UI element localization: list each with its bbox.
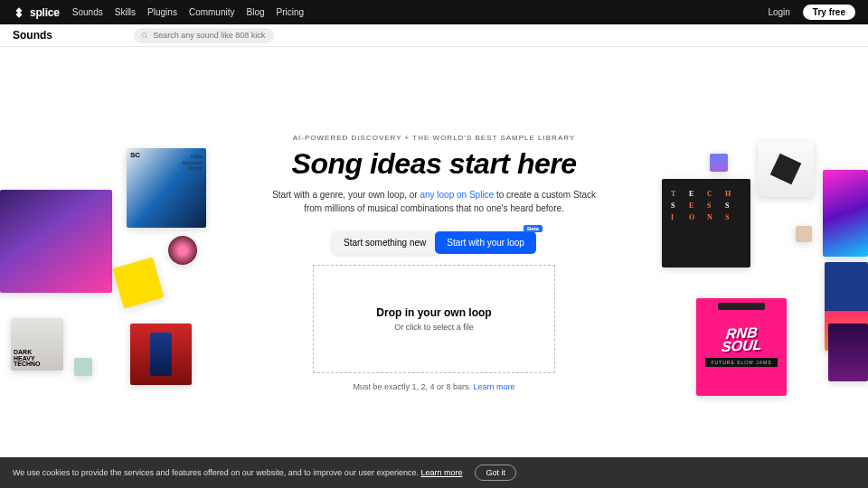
- artwork-tile: [758, 141, 814, 197]
- cookie-got-it-button[interactable]: Got it: [475, 465, 516, 481]
- dropzone-title: Drop in your own loop: [376, 306, 491, 319]
- hero-subtext-pre: Start with a genre, your own loop, or: [272, 190, 420, 200]
- cookie-text: We use cookies to provide the services a…: [13, 468, 462, 477]
- svg-line-1: [146, 36, 147, 38]
- artwork-tile: [0, 190, 112, 293]
- artwork-text: FUTURE SLOW JAMS: [705, 358, 777, 367]
- cta-blue-label: Start with your loop: [447, 238, 524, 248]
- sub-navbar: Sounds: [0, 24, 868, 47]
- svg-point-0: [142, 33, 146, 37]
- nav-sounds[interactable]: Sounds: [72, 7, 103, 17]
- cookie-learn-more-link[interactable]: Learn more: [420, 468, 462, 477]
- artwork-tile: [710, 154, 728, 172]
- hero-eyebrow: AI-POWERED DISCOVERY + THE WORLD'S BEST …: [0, 134, 868, 142]
- artwork-tile: [823, 170, 868, 257]
- bars-text-pre: Must be exactly 1, 2, 4 or 8 bars.: [353, 382, 473, 391]
- nav-pricing[interactable]: Pricing: [277, 7, 305, 17]
- logo[interactable]: splice: [13, 6, 60, 19]
- topbar-left: splice Sounds Skills Plugins Community B…: [13, 6, 304, 19]
- nav-links: Sounds Skills Plugins Community Blog Pri…: [72, 7, 304, 17]
- artwork-tile: DARK HEAVY TECHNO: [11, 318, 63, 371]
- start-something-new-button[interactable]: Start something new: [332, 231, 438, 254]
- top-navbar: splice Sounds Skills Plugins Community B…: [0, 0, 868, 24]
- bars-learn-more-link[interactable]: Learn more: [474, 382, 515, 391]
- nav-skills[interactable]: Skills: [115, 7, 136, 17]
- artwork-tile: [828, 324, 868, 381]
- artwork-tile: [74, 358, 92, 376]
- artwork-text: TECHNO: [14, 361, 61, 368]
- artwork-text: IndieAcousticGuitar: [182, 154, 203, 172]
- artwork-tile: SC IndieAcousticGuitar: [127, 148, 206, 228]
- hero-subtext: Start with a genre, your own loop, or an…: [262, 188, 606, 215]
- page-title: Sounds: [13, 29, 52, 42]
- nav-blog[interactable]: Blog: [246, 7, 264, 17]
- beta-badge: Beta: [524, 225, 542, 232]
- search-icon: [141, 32, 148, 40]
- artwork-tile: [168, 236, 197, 265]
- nav-community[interactable]: Community: [189, 7, 235, 17]
- login-link[interactable]: Login: [768, 7, 789, 17]
- dropzone-subtitle: Or click to select a file: [394, 323, 474, 332]
- cookie-banner: We use cookies to provide the services a…: [0, 457, 868, 488]
- splice-logo-icon: [13, 6, 25, 19]
- artwork-tile: TECHSESSIONS: [662, 179, 750, 267]
- search-input[interactable]: [153, 31, 267, 40]
- topbar-right: Login Try free: [768, 5, 855, 20]
- artwork-tile: [796, 226, 812, 242]
- artwork-text: SOUL: [721, 339, 762, 353]
- nav-plugins[interactable]: Plugins: [147, 7, 177, 17]
- loop-dropzone[interactable]: Drop in your own loop Or click to select…: [313, 265, 555, 373]
- hero-subtext-link[interactable]: any loop on Splice: [420, 190, 494, 200]
- cookie-text-body: We use cookies to provide the services a…: [13, 468, 420, 477]
- start-with-loop-button[interactable]: Start with your loop Beta: [435, 231, 536, 254]
- search-box[interactable]: [134, 28, 274, 43]
- artwork-tile: RNB SOUL FUTURE SLOW JAMS: [696, 298, 787, 396]
- artwork-text: SC: [130, 151, 140, 159]
- logo-text: splice: [30, 6, 60, 19]
- try-free-button[interactable]: Try free: [803, 5, 855, 20]
- artwork-tile: [130, 324, 192, 385]
